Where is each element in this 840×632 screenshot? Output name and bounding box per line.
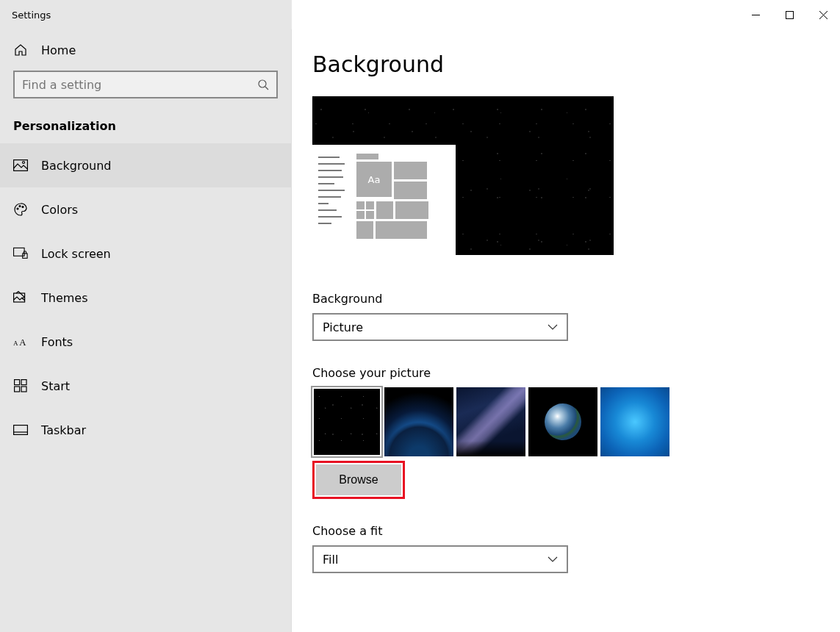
sidebar-item-colors[interactable]: Colors (0, 187, 291, 231)
search-icon (257, 79, 269, 90)
themes-icon (13, 291, 28, 304)
sidebar-item-background[interactable]: Background (0, 143, 291, 187)
thumb-earth-horizon[interactable] (384, 387, 453, 456)
choose-picture-label: Choose your picture (312, 366, 819, 380)
sidebar-item-label: Colors (41, 203, 78, 217)
sidebar: Home Personalization Backg (0, 29, 292, 632)
browse-button[interactable]: Browse (316, 464, 401, 495)
thumb-windows-default[interactable] (600, 387, 670, 456)
svg-line-5 (265, 87, 268, 90)
svg-text:A: A (19, 337, 26, 348)
fit-value: Fill (323, 553, 338, 567)
sidebar-item-taskbar[interactable]: Taskbar (0, 408, 291, 452)
svg-rect-18 (15, 387, 20, 392)
sidebar-item-label: Themes (41, 291, 88, 305)
svg-point-9 (19, 206, 21, 207)
fit-dropdown[interactable]: Fill (312, 545, 568, 573)
preview-tile-text: Aa (356, 162, 392, 197)
chevron-down-icon (548, 324, 558, 330)
fonts-icon: A A (13, 336, 28, 348)
background-value: Picture (323, 320, 363, 334)
picture-thumbnails (312, 387, 819, 456)
content: Background Aa (292, 29, 840, 632)
home-label: Home (41, 43, 76, 57)
taskbar-icon (13, 425, 28, 435)
window-title: Settings (12, 10, 51, 21)
start-icon (13, 379, 28, 392)
svg-rect-1 (786, 11, 793, 18)
lockscreen-icon (13, 247, 28, 260)
search-input[interactable] (13, 71, 278, 98)
sidebar-item-start[interactable]: Start (0, 364, 291, 408)
svg-point-4 (259, 80, 266, 87)
palette-icon (13, 202, 28, 217)
thumb-milky-way[interactable] (456, 387, 525, 456)
sidebar-item-label: Start (41, 379, 70, 393)
sidebar-item-label: Lock screen (41, 247, 111, 261)
sidebar-item-themes[interactable]: Themes (0, 276, 291, 320)
svg-point-10 (22, 207, 24, 208)
fit-label: Choose a fit (312, 524, 819, 538)
sidebar-item-label: Fonts (41, 335, 73, 349)
thumb-earth[interactable] (528, 387, 597, 456)
svg-rect-20 (14, 425, 28, 435)
sidebar-item-lock-screen[interactable]: Lock screen (0, 231, 291, 276)
search-field[interactable] (22, 78, 257, 92)
page-title: Background (312, 51, 819, 77)
home-button[interactable]: Home (0, 29, 291, 71)
picture-icon (13, 159, 28, 171)
section-label: Personalization (0, 112, 291, 143)
svg-rect-16 (15, 380, 20, 385)
sidebar-item-label: Taskbar (41, 423, 86, 437)
thumb-stars[interactable] (312, 387, 381, 456)
sidebar-item-fonts[interactable]: A A Fonts (0, 320, 291, 364)
svg-rect-19 (21, 387, 26, 392)
preview-start-menu: Aa (312, 145, 456, 255)
home-icon (13, 43, 28, 57)
background-label: Background (312, 292, 819, 306)
chevron-down-icon (548, 556, 558, 562)
close-button[interactable] (806, 0, 840, 29)
svg-point-7 (23, 162, 25, 164)
background-dropdown[interactable]: Picture (312, 313, 568, 341)
svg-text:A: A (13, 340, 18, 347)
svg-rect-17 (21, 380, 26, 385)
svg-point-8 (17, 208, 18, 209)
sidebar-item-label: Background (41, 159, 111, 173)
maximize-button[interactable] (772, 0, 806, 29)
browse-highlight: Browse (312, 461, 405, 499)
desktop-preview: Aa (312, 96, 614, 255)
minimize-button[interactable] (739, 0, 772, 29)
